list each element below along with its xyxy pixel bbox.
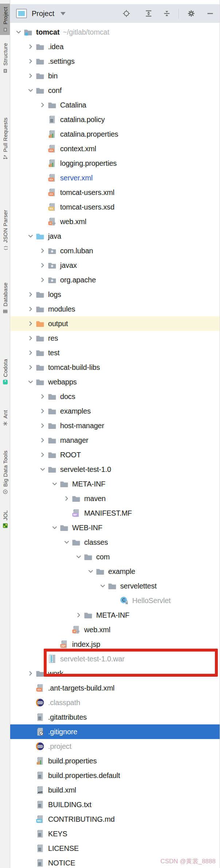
chevron-collapsed-icon[interactable]: [26, 71, 35, 81]
tree-row-com[interactable]: com: [10, 550, 220, 564]
chevron-collapsed-icon[interactable]: [38, 450, 47, 460]
settings-icon[interactable]: [187, 9, 195, 17]
chevron-collapsed-icon[interactable]: [62, 494, 71, 503]
tree-row-test[interactable]: test: [10, 345, 220, 360]
tree-row-index.jsp[interactable]: JSPindex.jsp: [10, 637, 220, 652]
tree-row-conf[interactable]: conf: [10, 83, 220, 98]
chevron-collapsed-icon[interactable]: [26, 304, 35, 314]
tree-row-maven[interactable]: maven: [10, 491, 220, 506]
tree-row-example[interactable]: example: [10, 564, 220, 579]
tree-row-.classpath[interactable]: .classpath: [10, 695, 220, 710]
tree-row-context.xml[interactable]: <>context.xml: [10, 141, 220, 156]
tree-row-classes[interactable]: classes: [10, 535, 220, 550]
tree-row-com.luban[interactable]: com.luban: [10, 243, 220, 258]
tree-row-servelet-test-1.0.war[interactable]: servelet-test-1.0.war: [10, 652, 220, 666]
tree-row-META-INF[interactable]: META-INF: [10, 477, 220, 491]
tree-row-BUILDING.txt[interactable]: BUILDING.txt: [10, 797, 220, 812]
chevron-collapsed-icon[interactable]: [38, 392, 47, 401]
tree-row-tomcat-build-libs[interactable]: tomcat-build-libs: [10, 360, 220, 375]
tree-row-manager[interactable]: manager: [10, 433, 220, 447]
chevron-collapsed-icon[interactable]: [38, 435, 47, 445]
tree-row-java[interactable]: java: [10, 229, 220, 243]
tree-row-javax[interactable]: javax: [10, 258, 220, 273]
chevron-collapsed-icon[interactable]: [26, 669, 35, 678]
tree-row-work[interactable]: work: [10, 666, 220, 681]
stripe-item-project[interactable]: Project: [0, 4, 10, 35]
chevron-collapsed-icon[interactable]: [26, 56, 35, 66]
tree-row-servelettest[interactable]: servelettest: [10, 579, 220, 593]
chevron-expanded-icon[interactable]: [50, 479, 59, 489]
stripe-item-structure[interactable]: Structure: [0, 36, 10, 80]
tree-row-output[interactable]: output: [10, 316, 220, 331]
stripe-item-jol[interactable]: JOL: [0, 506, 10, 532]
tree-row-logs[interactable]: logs: [10, 287, 220, 302]
chevron-collapsed-icon[interactable]: [38, 100, 47, 110]
chevron-down-icon[interactable]: [60, 12, 66, 15]
tree-row-CONTRIBUTING.md[interactable]: MDCONTRIBUTING.md: [10, 812, 220, 826]
tree-row-MANIFEST.MF[interactable]: MFMANIFEST.MF: [10, 506, 220, 520]
collapse-all-icon[interactable]: [163, 9, 171, 17]
expand-all-icon[interactable]: [145, 9, 153, 17]
tree-row-.gitignore[interactable]: .gitignore: [10, 724, 220, 739]
tree-row-build.properties[interactable]: build.properties: [10, 754, 220, 768]
tree-row-logging.properties[interactable]: logging.properties: [10, 156, 220, 171]
tree-row-host-manager[interactable]: host-manager: [10, 418, 220, 433]
chevron-expanded-icon[interactable]: [26, 86, 35, 95]
tree-row-servelet-test-1.0[interactable]: servelet-test-1.0: [10, 462, 220, 477]
chevron-collapsed-icon[interactable]: [38, 275, 47, 285]
chevron-collapsed-icon[interactable]: [26, 42, 35, 51]
tree-row-build.properties.default[interactable]: build.properties.default: [10, 768, 220, 783]
tree-row-HelloServlet[interactable]: CHelloServlet: [10, 593, 220, 608]
chevron-expanded-icon[interactable]: [98, 581, 107, 591]
chevron-collapsed-icon[interactable]: [74, 610, 83, 620]
chevron-collapsed-icon[interactable]: [38, 406, 47, 416]
chevron-collapsed-icon[interactable]: [38, 421, 47, 430]
locate-icon[interactable]: [122, 9, 130, 17]
stripe-item-pull-requests[interactable]: Pull Requests: [0, 89, 10, 188]
stripe-item-big-data-tools[interactable]: Big Data Tools: [0, 439, 10, 505]
project-view-selector[interactable]: Project: [16, 5, 66, 22]
tree-row-build.xml[interactable]: build.xml: [10, 783, 220, 797]
tree-row-META-INF[interactable]: META-INF: [10, 608, 220, 622]
tree-row-WEB-INF[interactable]: WEB-INF: [10, 520, 220, 535]
chevron-expanded-icon[interactable]: [14, 27, 23, 37]
hide-icon[interactable]: [206, 9, 214, 17]
tree-row-webapps[interactable]: webapps: [10, 375, 220, 389]
stripe-item-json-parser[interactable]: { }JSON Parser: [0, 196, 10, 264]
chevron-collapsed-icon[interactable]: [26, 348, 35, 357]
tree-row-.idea[interactable]: .idea: [10, 39, 220, 54]
stripe-item-database[interactable]: Database: [0, 268, 10, 328]
tree-row-ROOT[interactable]: ROOT: [10, 447, 220, 462]
chevron-collapsed-icon[interactable]: [26, 363, 35, 372]
tree-row-catalina.policy[interactable]: catalina.policy: [10, 112, 220, 127]
chevron-expanded-icon[interactable]: [74, 552, 83, 562]
tree-row-.settings[interactable]: .settings: [10, 54, 220, 69]
chevron-collapsed-icon[interactable]: [26, 333, 35, 343]
tree-row-org.apache[interactable]: org.apache: [10, 273, 220, 287]
tree-row-tomcat[interactable]: tomcat~/gitlab/tomcat: [10, 25, 220, 39]
chevron-collapsed-icon[interactable]: [38, 246, 47, 255]
chevron-expanded-icon[interactable]: [86, 567, 95, 576]
chevron-expanded-icon[interactable]: [26, 231, 35, 241]
tree-row-KEYS[interactable]: KEYS: [10, 826, 220, 841]
tree-row-web.xml[interactable]: <web.xml: [10, 214, 220, 229]
tree-row-res[interactable]: res: [10, 331, 220, 345]
tree-row-.ant-targets-build.xml[interactable]: <>.ant-targets-build.xml: [10, 681, 220, 695]
chevron-expanded-icon[interactable]: [38, 465, 47, 474]
tree-row-.project[interactable]: .project: [10, 739, 220, 754]
tree-row-.gitattributes[interactable]: .gitattributes: [10, 710, 220, 724]
tree-row-bin[interactable]: bin: [10, 69, 220, 83]
chevron-expanded-icon[interactable]: [50, 523, 59, 532]
chevron-expanded-icon[interactable]: [62, 537, 71, 547]
tree-row-Catalina[interactable]: Catalina: [10, 98, 220, 112]
tree-row-docs[interactable]: docs: [10, 389, 220, 404]
tree-row-examples[interactable]: examples: [10, 404, 220, 418]
tree-row-catalina.properties[interactable]: catalina.properties: [10, 127, 220, 141]
tree-row-tomcat-users.xsd[interactable]: XStomcat-users.xsd: [10, 200, 220, 214]
chevron-collapsed-icon[interactable]: [26, 290, 35, 299]
tree-row-server.xml[interactable]: <>server.xml: [10, 171, 220, 185]
chevron-expanded-icon[interactable]: [26, 377, 35, 387]
tree-row-LICENSE[interactable]: LICENSE: [10, 841, 220, 856]
tree-row-tomcat-users.xml[interactable]: <>tomcat-users.xml: [10, 185, 220, 200]
chevron-collapsed-icon[interactable]: [26, 319, 35, 328]
